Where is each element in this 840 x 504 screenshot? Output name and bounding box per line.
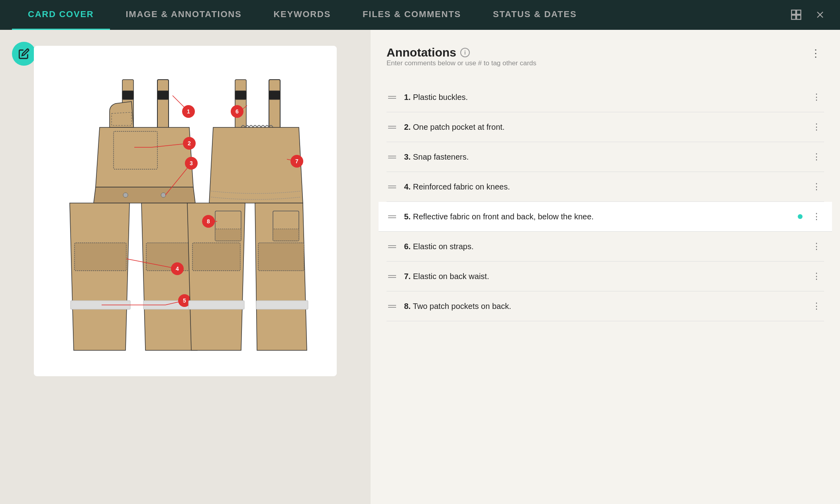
svg-rect-40 xyxy=(215,229,241,241)
svg-text:3: 3 xyxy=(190,160,193,166)
annotations-title-group: Annotations i Enter comments below or us… xyxy=(387,46,536,79)
svg-rect-9 xyxy=(122,91,133,100)
svg-rect-2 xyxy=(791,15,796,19)
tab-card-cover[interactable]: CARD COVER xyxy=(12,0,110,30)
drag-handle-2[interactable] xyxy=(387,124,398,130)
annotation-item: 2. One patch pocket at front. ⋮ xyxy=(387,112,824,142)
drag-handle-5[interactable] xyxy=(387,214,398,220)
drag-handle-4[interactable] xyxy=(387,184,398,190)
annotation-text-6: 6. Elastic on straps. xyxy=(404,240,803,252)
edit-button[interactable] xyxy=(12,42,36,66)
svg-rect-1 xyxy=(797,10,801,14)
annotation-text-7: 7. Elastic on back waist. xyxy=(404,270,803,282)
svg-rect-38 xyxy=(269,91,280,100)
annotations-subtitle: Enter comments below or use # to tag oth… xyxy=(387,59,536,67)
annotation-text-2: 2. One patch pocket at front. xyxy=(404,121,803,133)
image-container: 1 2 3 4 5 xyxy=(34,46,337,376)
annotations-list: 1. Plastic buckles. ⋮ 2. One patch pocke… xyxy=(387,82,824,321)
tab-image-annotations[interactable]: IMAGE & ANNOTATIONS xyxy=(110,0,258,30)
svg-rect-44 xyxy=(258,243,304,271)
svg-point-12 xyxy=(123,193,128,197)
info-icon[interactable]: i xyxy=(460,48,470,57)
svg-text:7: 7 xyxy=(295,158,298,164)
svg-rect-3 xyxy=(797,15,801,19)
drag-handle-3[interactable] xyxy=(387,154,398,160)
annotation-text-3: 3. Snap fasteners. xyxy=(404,151,803,163)
drag-handle-6[interactable] xyxy=(387,244,398,250)
svg-rect-45 xyxy=(188,301,244,309)
svg-rect-37 xyxy=(235,91,246,100)
annotation-text-4: 4. Reinforced fabric on knees. xyxy=(404,181,803,193)
svg-text:6: 6 xyxy=(236,108,239,115)
annotation-item: 6. Elastic on straps. ⋮ xyxy=(387,232,824,262)
annotation-more-icon-2[interactable]: ⋮ xyxy=(809,120,824,134)
right-panel: Annotations i Enter comments below or us… xyxy=(371,30,840,504)
svg-text:8: 8 xyxy=(207,218,210,225)
annotation-more-icon-4[interactable]: ⋮ xyxy=(809,180,824,193)
annotations-title: Annotations xyxy=(387,46,456,59)
svg-rect-46 xyxy=(256,301,308,309)
svg-rect-14 xyxy=(75,243,126,271)
layout-icon[interactable] xyxy=(788,7,804,23)
svg-rect-43 xyxy=(192,243,240,271)
annotation-more-icon-1[interactable]: ⋮ xyxy=(809,90,824,104)
svg-text:1: 1 xyxy=(187,108,190,115)
main-content: 1 2 3 4 5 xyxy=(0,30,840,504)
annotation-more-icon-6[interactable]: ⋮ xyxy=(809,240,824,253)
svg-rect-11 xyxy=(114,131,157,169)
svg-rect-42 xyxy=(273,229,299,241)
annotation-text-8: 8. Two patch pockets on back. xyxy=(404,300,803,312)
annotation-item: 5. Reflective fabric on front and back, … xyxy=(379,202,832,232)
annotations-header: Annotations i Enter comments below or us… xyxy=(387,46,824,79)
nav-icons xyxy=(788,7,828,23)
annotation-item: 8. Two patch pockets on back. ⋮ xyxy=(387,291,824,321)
svg-text:2: 2 xyxy=(188,140,191,147)
annotation-more-icon-7[interactable]: ⋮ xyxy=(809,270,824,283)
annotation-text-1: 1. Plastic buckles. xyxy=(404,91,803,103)
annotation-item: 4. Reinforced fabric on knees. ⋮ xyxy=(387,172,824,202)
active-dot xyxy=(798,214,803,219)
annotation-item: 3. Snap fasteners. ⋮ xyxy=(387,142,824,172)
annotation-more-icon-3[interactable]: ⋮ xyxy=(809,150,824,164)
annotation-more-icon-5[interactable]: ⋮ xyxy=(809,210,824,223)
tab-files-comments[interactable]: FILES & COMMENTS xyxy=(347,0,477,30)
drag-handle-7[interactable] xyxy=(387,273,398,279)
drag-handle-1[interactable] xyxy=(387,94,398,100)
annotation-item: 7. Elastic on back waist. ⋮ xyxy=(387,262,824,291)
tab-status-dates[interactable]: STATUS & DATES xyxy=(477,0,593,30)
svg-text:4: 4 xyxy=(176,266,179,272)
svg-text:5: 5 xyxy=(183,297,186,304)
svg-rect-15 xyxy=(146,243,193,271)
svg-rect-0 xyxy=(791,10,796,14)
drag-handle-8[interactable] xyxy=(387,303,398,309)
svg-rect-8 xyxy=(157,80,169,131)
svg-rect-36 xyxy=(269,80,280,131)
annotation-item: 1. Plastic buckles. ⋮ xyxy=(387,82,824,112)
annotations-more-icon[interactable]: ⋮ xyxy=(807,46,824,61)
svg-rect-10 xyxy=(157,91,169,100)
tab-keywords[interactable]: KEYWORDS xyxy=(257,0,347,30)
svg-point-13 xyxy=(161,193,166,197)
annotation-text-5: 5. Reflective fabric on front and back, … xyxy=(404,211,791,223)
top-navigation: CARD COVER IMAGE & ANNOTATIONS KEYWORDS … xyxy=(0,0,840,30)
close-icon[interactable] xyxy=(812,7,828,23)
annotation-more-icon-8[interactable]: ⋮ xyxy=(809,299,824,313)
left-panel: 1 2 3 4 5 xyxy=(0,30,371,504)
